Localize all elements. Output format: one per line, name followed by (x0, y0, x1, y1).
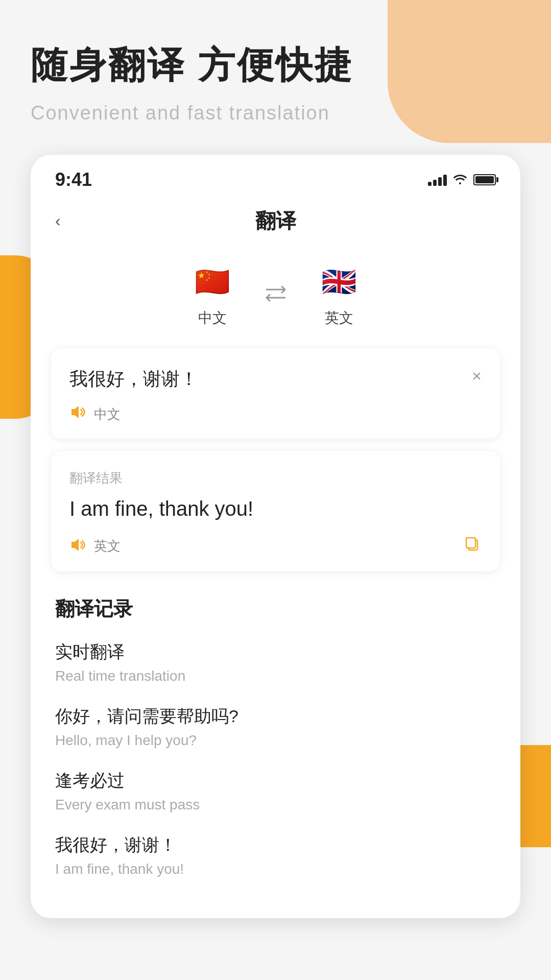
history-en-0: Real time translation (55, 668, 496, 684)
history-cn-3: 我很好，谢谢！ (55, 833, 496, 857)
battery-icon (473, 174, 496, 185)
swap-icon (263, 284, 288, 303)
history-en-1: Hello, may I help you? (55, 732, 496, 749)
history-cn-0: 实时翻译 (55, 640, 496, 664)
app-title: 翻译 (255, 207, 296, 235)
status-time: 9:41 (55, 169, 92, 190)
sub-title: Convenient and fast translation (31, 102, 520, 124)
result-lang-row: 英文 (69, 537, 121, 555)
target-flag: 🇬🇧 (319, 261, 360, 302)
phone-mockup: 9:41 ‹ 翻译 (31, 155, 520, 918)
svg-rect-3 (466, 538, 475, 548)
status-bar: 9:41 (31, 155, 520, 199)
input-speaker-icon[interactable] (69, 404, 86, 424)
input-card: 我很好，谢谢！ × 中文 (51, 348, 500, 439)
list-item[interactable]: 实时翻译 Real time translation (55, 640, 496, 684)
target-language[interactable]: 🇬🇧 英文 (319, 261, 360, 328)
svg-marker-0 (71, 406, 79, 418)
input-text: 我很好，谢谢！ (69, 367, 198, 392)
target-lang-label: 英文 (325, 308, 353, 328)
wifi-icon (453, 172, 467, 188)
svg-marker-1 (71, 539, 79, 551)
result-lang-tag: 英文 (94, 537, 121, 555)
history-en-2: Every exam must pass (55, 797, 496, 813)
source-flag: 🇨🇳 (192, 261, 233, 302)
history-cn-1: 你好，请问需要帮助吗? (55, 705, 496, 728)
result-speaker-icon[interactable] (69, 537, 86, 555)
result-text: I am fine, thank you! (69, 497, 482, 520)
copy-button[interactable] (463, 535, 482, 557)
history-section: 翻译记录 实时翻译 Real time translation 你好，请问需要帮… (31, 596, 520, 877)
signal-icon (428, 174, 447, 186)
source-language[interactable]: 🇨🇳 中文 (192, 261, 233, 328)
main-title: 随身翻译 方便快捷 (31, 41, 520, 90)
status-icons (428, 172, 496, 188)
result-card: 翻译结果 I am fine, thank you! 英文 (51, 451, 500, 571)
app-header: ‹ 翻译 (31, 199, 520, 251)
close-button[interactable]: × (472, 367, 482, 386)
result-label: 翻译结果 (69, 469, 482, 487)
list-item[interactable]: 我很好，谢谢！ I am fine, thank you! (55, 833, 496, 877)
history-en-3: I am fine, thank you! (55, 861, 496, 877)
list-item[interactable]: 逢考必过 Every exam must pass (55, 769, 496, 813)
language-selector: 🇨🇳 中文 🇬🇧 英文 (31, 251, 520, 348)
history-title: 翻译记录 (55, 596, 496, 622)
source-lang-label: 中文 (198, 308, 227, 328)
input-lang-tag: 中文 (94, 405, 121, 423)
list-item[interactable]: 你好，请问需要帮助吗? Hello, may I help you? (55, 705, 496, 749)
back-button[interactable]: ‹ (55, 211, 61, 230)
swap-button[interactable] (263, 284, 288, 305)
history-cn-2: 逢考必过 (55, 769, 496, 793)
